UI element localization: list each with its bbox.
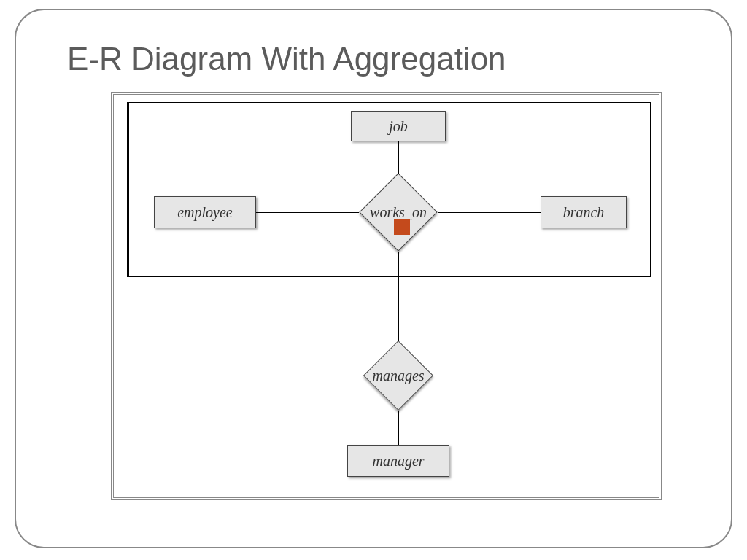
cursor-marker-icon [394,219,410,235]
relationship-manages-label: manages [372,368,424,384]
entity-job-label: job [389,118,408,135]
entity-manager-label: manager [372,453,424,470]
slide-frame: E-R Diagram With Aggregation job employe… [15,9,732,548]
entity-employee: employee [154,196,256,228]
slide-title: E-R Diagram With Aggregation [67,41,731,77]
edge-workson-branch [438,212,541,213]
edge-workson-aggregation [398,252,399,277]
relationship-manages: manages [363,341,433,411]
diagram-container: job employee branch works_on manages man… [111,92,662,500]
entity-job: job [351,111,446,141]
edge-employee-workson [256,212,359,213]
entity-manager: manager [347,445,449,477]
entity-employee-label: employee [177,204,233,221]
edge-job-workson [398,141,399,174]
entity-branch: branch [541,196,627,228]
edge-manages-manager [398,411,399,445]
entity-branch-label: branch [563,204,605,221]
edge-aggregation-manages [398,277,399,341]
aggregation-box-left-edge [127,102,129,277]
